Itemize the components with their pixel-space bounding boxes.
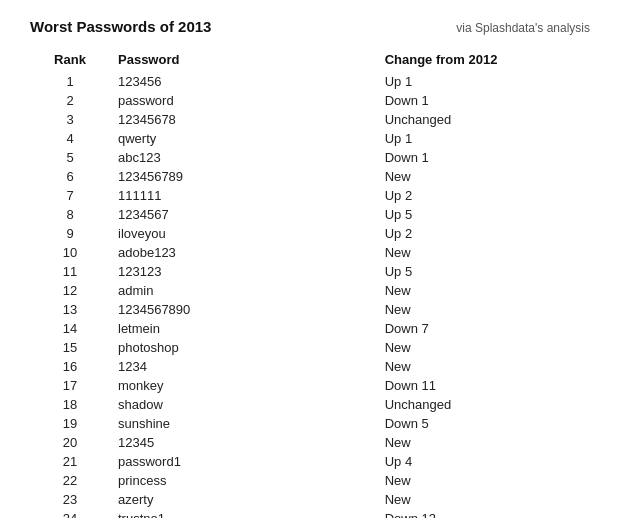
rank-cell: 5 (30, 148, 110, 167)
table-row: 19sunshineDown 5 (30, 414, 590, 433)
password-cell: 123123 (110, 262, 377, 281)
password-cell: 12345 (110, 433, 377, 452)
rank-cell: 12 (30, 281, 110, 300)
rank-cell: 15 (30, 338, 110, 357)
table-row: 17monkeyDown 11 (30, 376, 590, 395)
passwords-table: Rank Password Change from 2012 1123456Up… (30, 49, 590, 518)
rank-cell: 21 (30, 452, 110, 471)
password-cell: 12345678 (110, 110, 377, 129)
change-cell: New (377, 300, 590, 319)
change-cell: Up 2 (377, 186, 590, 205)
change-cell: Unchanged (377, 395, 590, 414)
table-row: 5abc123Down 1 (30, 148, 590, 167)
table-row: 18shadowUnchanged (30, 395, 590, 414)
rank-cell: 16 (30, 357, 110, 376)
table-row: 23azertyNew (30, 490, 590, 509)
header-row: Worst Passwords of 2013 via Splashdata's… (30, 18, 590, 35)
change-cell: Up 4 (377, 452, 590, 471)
table-row: 131234567890New (30, 300, 590, 319)
rank-cell: 7 (30, 186, 110, 205)
password-cell: monkey (110, 376, 377, 395)
table-row: 21password1Up 4 (30, 452, 590, 471)
change-cell: Down 7 (377, 319, 590, 338)
password-cell: 1234 (110, 357, 377, 376)
table-row: 81234567Up 5 (30, 205, 590, 224)
rank-cell: 2 (30, 91, 110, 110)
password-cell: 123456789 (110, 167, 377, 186)
main-title: Worst Passwords of 2013 (30, 18, 211, 35)
table-row: 22princessNew (30, 471, 590, 490)
password-cell: admin (110, 281, 377, 300)
table-row: 4qwertyUp 1 (30, 129, 590, 148)
rank-cell: 18 (30, 395, 110, 414)
password-cell: 111111 (110, 186, 377, 205)
rank-cell: 1 (30, 72, 110, 91)
change-cell: Up 1 (377, 72, 590, 91)
change-cell: Unchanged (377, 110, 590, 129)
rank-cell: 20 (30, 433, 110, 452)
change-cell: New (377, 357, 590, 376)
password-cell: qwerty (110, 129, 377, 148)
password-cell: letmein (110, 319, 377, 338)
table-row: 6123456789New (30, 167, 590, 186)
rank-cell: 9 (30, 224, 110, 243)
rank-cell: 24 (30, 509, 110, 518)
change-cell: New (377, 281, 590, 300)
change-cell: New (377, 243, 590, 262)
password-cell: iloveyou (110, 224, 377, 243)
change-cell: Up 2 (377, 224, 590, 243)
change-cell: Down 1 (377, 91, 590, 110)
change-header: Change from 2012 (377, 49, 590, 72)
password-cell: 123456 (110, 72, 377, 91)
password-cell: 1234567890 (110, 300, 377, 319)
rank-cell: 13 (30, 300, 110, 319)
table-row: 2passwordDown 1 (30, 91, 590, 110)
table-row: 24trustno1Down 12 (30, 509, 590, 518)
password-cell: shadow (110, 395, 377, 414)
rank-cell: 4 (30, 129, 110, 148)
rank-cell: 17 (30, 376, 110, 395)
password-cell: adobe123 (110, 243, 377, 262)
password-header: Password (110, 49, 377, 72)
table-row: 15photoshopNew (30, 338, 590, 357)
table-body: 1123456Up 12passwordDown 1312345678Uncha… (30, 72, 590, 518)
change-cell: Up 1 (377, 129, 590, 148)
change-cell: Down 5 (377, 414, 590, 433)
rank-cell: 3 (30, 110, 110, 129)
change-cell: New (377, 433, 590, 452)
rank-cell: 23 (30, 490, 110, 509)
rank-cell: 8 (30, 205, 110, 224)
table-row: 7111111Up 2 (30, 186, 590, 205)
table-row: 2012345New (30, 433, 590, 452)
page-container: Worst Passwords of 2013 via Splashdata's… (0, 0, 620, 518)
table-row: 10adobe123New (30, 243, 590, 262)
change-cell: Down 12 (377, 509, 590, 518)
password-cell: password (110, 91, 377, 110)
rank-cell: 14 (30, 319, 110, 338)
rank-cell: 22 (30, 471, 110, 490)
password-cell: princess (110, 471, 377, 490)
password-cell: photoshop (110, 338, 377, 357)
table-header-row: Rank Password Change from 2012 (30, 49, 590, 72)
change-cell: Down 1 (377, 148, 590, 167)
table-row: 9iloveyouUp 2 (30, 224, 590, 243)
change-cell: New (377, 471, 590, 490)
rank-header: Rank (30, 49, 110, 72)
change-cell: Down 11 (377, 376, 590, 395)
rank-cell: 6 (30, 167, 110, 186)
rank-cell: 19 (30, 414, 110, 433)
password-cell: 1234567 (110, 205, 377, 224)
password-cell: password1 (110, 452, 377, 471)
change-cell: Up 5 (377, 205, 590, 224)
change-cell: New (377, 490, 590, 509)
rank-cell: 11 (30, 262, 110, 281)
password-cell: sunshine (110, 414, 377, 433)
change-cell: Up 5 (377, 262, 590, 281)
change-cell: New (377, 338, 590, 357)
table-row: 1123456Up 1 (30, 72, 590, 91)
rank-cell: 10 (30, 243, 110, 262)
password-cell: trustno1 (110, 509, 377, 518)
table-row: 14letmeinDown 7 (30, 319, 590, 338)
password-cell: azerty (110, 490, 377, 509)
subtitle: via Splashdata's analysis (456, 21, 590, 35)
